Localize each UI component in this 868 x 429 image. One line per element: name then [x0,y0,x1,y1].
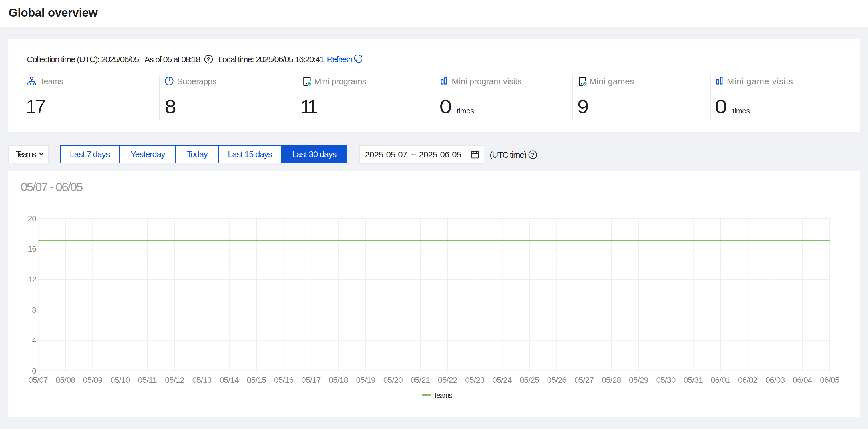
svg-text:05/21: 05/21 [410,375,430,385]
svg-text:05/19: 05/19 [356,375,375,385]
svg-text:05/11: 05/11 [138,375,157,385]
svg-text:05/07: 05/07 [29,375,48,385]
svg-text:05/24: 05/24 [492,375,512,385]
svg-text:05/26: 05/26 [547,375,566,385]
svg-text:05/08: 05/08 [56,375,75,385]
svg-text:06/04: 06/04 [793,375,812,385]
svg-text:06/02: 06/02 [738,375,757,385]
svg-text:20: 20 [28,214,36,223]
svg-text:06/05: 06/05 [820,375,839,385]
svg-text:05/15: 05/15 [247,375,266,385]
svg-text:8: 8 [32,306,36,315]
svg-text:Teams: Teams [433,391,453,400]
svg-text:12: 12 [28,275,36,284]
svg-text:05/29: 05/29 [629,375,648,385]
svg-text:?: ? [207,56,210,62]
svg-text:05/18: 05/18 [329,375,348,385]
svg-text:05/30: 05/30 [656,375,676,385]
svg-text:05/09: 05/09 [83,375,102,385]
svg-text:16: 16 [28,245,36,253]
svg-text:0: 0 [32,367,36,375]
svg-text:05/20: 05/20 [383,375,403,385]
svg-text:05/25: 05/25 [520,375,539,385]
svg-text:05/12: 05/12 [165,375,184,385]
svg-text:05/10: 05/10 [111,375,130,385]
svg-text:05/22: 05/22 [438,375,458,385]
svg-text:05/17: 05/17 [301,375,321,385]
svg-text:06/03: 06/03 [765,375,785,385]
svg-text:?: ? [531,152,535,158]
svg-text:05/14: 05/14 [220,375,239,385]
svg-text:06/01: 06/01 [711,375,730,385]
svg-text:05/13: 05/13 [192,375,212,385]
svg-text:4: 4 [32,336,36,345]
svg-text:05/23: 05/23 [465,375,485,385]
svg-text:05/27: 05/27 [575,375,594,385]
svg-text:05/16: 05/16 [274,375,293,385]
svg-text:05/31: 05/31 [684,375,703,385]
svg-text:05/28: 05/28 [601,375,621,385]
